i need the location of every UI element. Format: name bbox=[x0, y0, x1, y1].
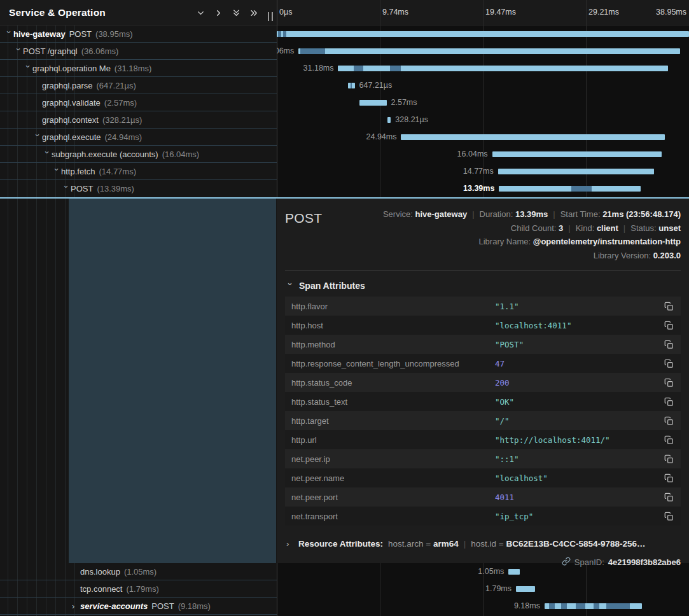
span-row[interactable]: ›hive-gatewayPOST(38.95ms)38.95ms bbox=[0, 25, 689, 43]
double-chevron-right-icon[interactable] bbox=[249, 8, 259, 18]
copy-button[interactable] bbox=[662, 434, 676, 446]
span-row[interactable]: tcp.connect(1.79ms)1.79ms bbox=[0, 580, 689, 598]
meta-separator: | bbox=[467, 209, 479, 219]
span-bar[interactable] bbox=[338, 66, 668, 71]
span-row[interactable]: ›service-accountsPOST(9.18ms)9.18ms bbox=[0, 598, 689, 615]
chevron-down-icon[interactable]: › bbox=[15, 48, 23, 56]
span-timeline-cell: 1.05ms bbox=[277, 563, 689, 580]
span-row[interactable]: ›graphql.execute(24.94ms)24.94ms bbox=[0, 129, 689, 146]
span-bar[interactable] bbox=[298, 48, 680, 54]
chevron-down-icon[interactable] bbox=[196, 8, 205, 18]
detail-left-spacer bbox=[0, 199, 277, 563]
copy-icon bbox=[664, 340, 674, 349]
resource-attributes-row[interactable]: › Resource Attributes: host.arch = arm64… bbox=[286, 539, 681, 549]
span-row[interactable]: ›graphql.operation Me(31.18ms)31.18ms bbox=[0, 60, 689, 77]
copy-button[interactable] bbox=[662, 377, 676, 389]
span-bar[interactable] bbox=[401, 134, 665, 140]
copy-button[interactable] bbox=[662, 491, 676, 503]
copy-button[interactable] bbox=[662, 300, 676, 312]
span-attributes-label: Span Attributes bbox=[299, 281, 365, 291]
chevron-right-icon[interactable] bbox=[214, 8, 223, 18]
span-row[interactable]: ›subgraph.execute (accounts)(16.04ms)16.… bbox=[0, 146, 689, 163]
span-duration: (13.39ms) bbox=[97, 184, 134, 193]
span-tree-cell: ›service-accountsPOST(9.18ms) bbox=[0, 598, 277, 615]
meta-value: 21ms (23:56:48.174) bbox=[602, 209, 681, 219]
selected-span-block bbox=[69, 199, 276, 563]
span-row[interactable]: graphql.parse(647.21µs)647.21µs bbox=[0, 77, 689, 94]
copy-button[interactable] bbox=[662, 415, 676, 427]
span-row[interactable]: graphql.context(328.21µs)328.21µs bbox=[0, 111, 689, 129]
span-row[interactable]: graphql.validate(2.57ms)2.57ms bbox=[0, 94, 689, 111]
span-row[interactable]: dns.lookup(1.05ms)1.05ms bbox=[0, 563, 689, 580]
header-bar: Service & Operation 0µs9.74ms19.47ms29.2… bbox=[0, 0, 689, 25]
span-bar[interactable] bbox=[499, 186, 641, 192]
attribute-key: net.peer.port bbox=[291, 493, 495, 502]
span-timeline-cell: 2.57ms bbox=[277, 94, 689, 111]
chevron-down-icon[interactable]: › bbox=[53, 168, 61, 176]
panel-resize-handle[interactable] bbox=[268, 12, 273, 21]
attribute-row: net.peer.port4011 bbox=[285, 487, 681, 507]
span-bar[interactable] bbox=[498, 169, 655, 174]
span-bar[interactable] bbox=[387, 117, 391, 123]
attribute-key: http.target bbox=[291, 416, 495, 426]
span-row[interactable]: ›POST /graphql(36.06ms)36.06ms bbox=[0, 43, 689, 60]
chevron-right-icon[interactable]: › bbox=[72, 602, 80, 610]
chevron-down-icon[interactable]: › bbox=[24, 65, 32, 73]
chevron-down-icon[interactable]: › bbox=[62, 185, 71, 193]
attribute-value: "::1" bbox=[495, 454, 519, 464]
resource-key: host.id bbox=[471, 539, 496, 549]
attribute-value: "http://localhost:4011/" bbox=[495, 435, 610, 445]
span-tree-cell: graphql.context(328.21µs) bbox=[0, 111, 277, 129]
span-bar-segment bbox=[351, 83, 352, 88]
chevron-down-icon[interactable]: › bbox=[34, 134, 42, 142]
chevron-down-icon[interactable]: › bbox=[5, 31, 13, 39]
span-rows-top: ›hive-gatewayPOST(38.95ms)38.95ms›POST /… bbox=[0, 25, 689, 197]
meta-separator: | bbox=[618, 223, 630, 233]
span-bar-segment bbox=[283, 31, 286, 37]
copy-icon bbox=[664, 493, 674, 502]
attribute-row: http.target"/" bbox=[285, 411, 681, 430]
chevron-down-icon: › bbox=[286, 283, 295, 291]
span-bar-segment bbox=[300, 48, 324, 54]
copy-icon bbox=[664, 454, 674, 464]
copy-button[interactable] bbox=[662, 358, 676, 370]
attribute-row: net.peer.name"localhost" bbox=[285, 468, 681, 487]
span-name: graphql.execute bbox=[42, 132, 101, 142]
meta-separator: | bbox=[563, 223, 575, 233]
span-attributes-header[interactable]: › Span Attributes bbox=[286, 281, 681, 291]
copy-button[interactable] bbox=[662, 319, 676, 332]
resource-key: host.arch bbox=[388, 539, 424, 549]
copy-button[interactable] bbox=[662, 472, 676, 484]
span-duration: (9.18ms) bbox=[178, 601, 211, 611]
span-bar[interactable] bbox=[359, 100, 387, 106]
span-row[interactable]: ›http.fetch(14.77ms)14.77ms bbox=[0, 163, 689, 180]
detail-span-title: POST bbox=[285, 207, 322, 226]
chevron-down-icon[interactable]: › bbox=[43, 151, 52, 159]
attribute-row: net.peer.ip"::1" bbox=[285, 449, 681, 468]
meta-label: Duration: bbox=[480, 209, 515, 219]
copy-button[interactable] bbox=[662, 396, 676, 408]
copy-button[interactable] bbox=[662, 339, 676, 351]
detail-divider bbox=[285, 270, 681, 271]
attribute-row: http.method"POST" bbox=[285, 335, 681, 354]
resource-value: BC62E13B-C4CC-5854-9788-256… bbox=[506, 539, 645, 549]
span-bar[interactable] bbox=[508, 569, 519, 575]
span-timeline-cell: 14.77ms bbox=[277, 163, 689, 180]
span-duration: (24.94ms) bbox=[105, 132, 143, 142]
span-bar[interactable] bbox=[516, 586, 535, 592]
copy-button[interactable] bbox=[662, 453, 676, 465]
span-timeline-cell: 36.06ms bbox=[277, 43, 689, 60]
span-tree-cell: graphql.validate(2.57ms) bbox=[0, 94, 277, 111]
resource-value: arm64 bbox=[433, 539, 459, 549]
span-bar-segment bbox=[571, 186, 592, 192]
span-bar-duration-label: 647.21µs bbox=[359, 81, 393, 90]
meta-label: Status: bbox=[630, 223, 658, 233]
double-chevron-down-icon[interactable] bbox=[232, 8, 241, 18]
span-row[interactable]: ›POST(13.39ms)13.39ms bbox=[0, 180, 689, 197]
span-bar[interactable] bbox=[492, 151, 662, 157]
span-tree-cell: ›subgraph.execute (accounts)(16.04ms) bbox=[0, 146, 277, 163]
span-timeline-cell: 31.18ms bbox=[277, 60, 689, 77]
copy-button[interactable] bbox=[662, 510, 676, 522]
span-name: graphql.context bbox=[42, 115, 99, 125]
span-bar[interactable] bbox=[277, 31, 689, 37]
